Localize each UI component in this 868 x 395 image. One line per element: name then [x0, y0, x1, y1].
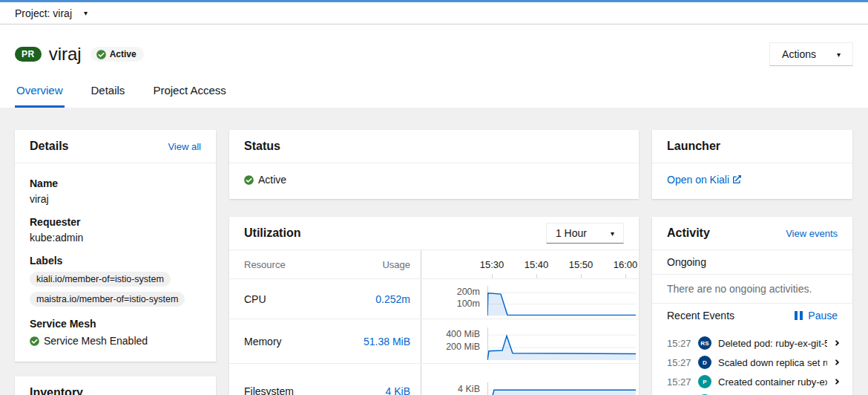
- status-card-title: Status: [244, 140, 280, 153]
- page-title: viraj: [49, 44, 82, 65]
- middle-column: Status Active Utilization 1 Hour ▾: [229, 130, 639, 395]
- sparkline-y-label: 4 KiB: [458, 384, 480, 394]
- field-label-name: Name: [30, 177, 201, 189]
- event-row[interactable]: 15:27 D Scaled down replica set ruby-ex.…: [652, 353, 852, 372]
- actions-button-label: Actions: [782, 48, 816, 60]
- openshift-project-page: Project: viraj ▾ PR viraj Active Actions…: [0, 0, 868, 395]
- time-axis: 15:3015:4015:5016:00: [421, 250, 639, 278]
- chevron-right-icon: [834, 377, 841, 386]
- sparkline-y-labels: 400 MiB200 MiB: [425, 327, 487, 360]
- check-circle-icon: [96, 50, 106, 59]
- activity-card-title: Activity: [667, 226, 710, 240]
- resource-kind-badge: RS: [698, 336, 711, 350]
- time-axis-tick: 16:00: [609, 259, 642, 270]
- status-badge: Active: [91, 47, 144, 62]
- resource-name: CPU: [244, 293, 266, 305]
- event-message: Scaled down replica set ruby-ex...: [718, 357, 827, 368]
- chevron-down-icon: ▾: [84, 9, 88, 17]
- sparkline-y-label: 400 MiB: [446, 329, 480, 339]
- label-chip: maistra.io/member-of=istio-system: [30, 292, 185, 307]
- chevron-right-icon: [834, 358, 841, 367]
- launcher-card: Launcher Open on Kiali: [652, 130, 852, 199]
- field-label-labels: Labels: [30, 255, 201, 267]
- resource-kind-badge: P: [698, 375, 711, 388]
- status-badge-label: Active: [110, 49, 137, 59]
- field-value-requester: kube:admin: [30, 232, 201, 244]
- utilization-row-left: Memory 51.38 MiB: [229, 319, 421, 363]
- details-card: Details View all Name viraj Requester ku…: [15, 130, 216, 362]
- utilization-row-left: Filesystem 4 KiB: [229, 364, 421, 395]
- event-row[interactable]: 15:27 RS Deleted pod: ruby-ex-git-5bb...: [652, 333, 852, 353]
- usage-value-link[interactable]: 4 KiB: [386, 385, 410, 395]
- chevron-down-icon: ▾: [837, 50, 841, 59]
- field-value-name: viraj: [30, 193, 201, 205]
- project-switcher-label: Project: viraj: [15, 7, 72, 19]
- event-row[interactable]: 15:27 P Created container ruby-ex-git: [652, 372, 852, 391]
- status-card: Status Active: [229, 130, 639, 199]
- check-circle-icon: [30, 336, 39, 346]
- tab-details[interactable]: Details: [90, 81, 127, 108]
- sparkline-y-label: 200 MiB: [446, 342, 480, 352]
- inventory-card-title: Inventory: [30, 386, 83, 395]
- ongoing-label: Ongoing: [667, 256, 706, 268]
- labels-group: kiali.io/member-of=istio-systemmaistra.i…: [30, 267, 201, 307]
- label-chip: kiali.io/member-of=istio-system: [30, 272, 171, 287]
- sparkline-y-labels: 4 KiB2 KiB: [425, 382, 487, 395]
- status-card-body: Active: [229, 163, 639, 199]
- actions-button[interactable]: Actions ▾: [769, 42, 853, 66]
- project-status-label: Active: [258, 174, 286, 186]
- time-axis-tick: 15:50: [565, 259, 597, 270]
- utilization-card-header: Utilization 1 Hour ▾: [229, 217, 639, 250]
- project-switcher[interactable]: Project: viraj ▾: [0, 2, 868, 25]
- event-time: 15:27: [667, 357, 691, 368]
- view-all-link[interactable]: View all: [168, 141, 201, 152]
- utilization-row: CPU 0.252m 200m100m: [229, 278, 639, 319]
- utilization-rows: CPU 0.252m 200m100m Memory 51.38 MiB: [229, 278, 639, 395]
- details-card-title: Details: [30, 140, 68, 153]
- open-on-kiali-link[interactable]: Open on Kiali: [667, 174, 741, 186]
- tab-project-access[interactable]: Project Access: [151, 81, 227, 108]
- inventory-card: Inventory 1 Deployment: [15, 376, 216, 395]
- open-on-kiali-label: Open on Kiali: [667, 174, 729, 186]
- tab-overview[interactable]: Overview: [15, 81, 65, 108]
- event-row[interactable]: 15:27 P Started container ruby-ex-git: [652, 391, 852, 395]
- details-card-header: Details View all: [15, 130, 216, 163]
- sparkline-chart: 4 KiB2 KiB: [421, 364, 639, 395]
- utilization-table-header: Resource Usage 15:3015:4015:5016:00: [229, 250, 639, 278]
- sparkline-y-label: 200m: [457, 287, 480, 297]
- utilization-row: Filesystem 4 KiB 4 KiB2 KiB: [229, 363, 639, 395]
- time-axis-tick: 15:40: [520, 259, 553, 270]
- external-link-icon: [733, 175, 741, 183]
- duration-select-value: 1 Hour: [556, 227, 587, 239]
- sparkline-chart: 200m100m: [421, 279, 639, 319]
- sparkline-chart: 400 MiB200 MiB: [421, 319, 639, 363]
- resource-name: Filesystem: [244, 385, 294, 395]
- status-card-header: Status: [229, 130, 639, 163]
- resource-kind-badge: D: [698, 356, 711, 369]
- dashboard-grid: Details View all Name viraj Requester ku…: [0, 108, 868, 395]
- service-mesh-status: Service Mesh Enabled: [30, 335, 201, 347]
- recent-events-header: Recent Events Pause: [652, 304, 852, 327]
- resource-name: Memory: [244, 336, 282, 347]
- view-events-link[interactable]: View events: [786, 228, 838, 239]
- sparkline-plot: [487, 382, 636, 395]
- pause-icon: [795, 311, 803, 320]
- usage-value-link[interactable]: 51.38 MiB: [364, 336, 410, 347]
- duration-select[interactable]: 1 Hour ▾: [546, 223, 624, 244]
- ongoing-empty-state: There are no ongoing activities.: [652, 275, 852, 304]
- field-label-requester: Requester: [30, 216, 201, 228]
- sparkline-plot: [487, 327, 636, 360]
- pause-button[interactable]: Pause: [795, 310, 838, 321]
- event-time: 15:27: [667, 338, 691, 349]
- utilization-card: Utilization 1 Hour ▾ Resource Usage 15:3…: [229, 217, 639, 395]
- recent-events-label: Recent Events: [667, 310, 734, 321]
- chevron-down-icon: ▾: [611, 229, 614, 238]
- project-resource-badge: PR: [15, 47, 42, 62]
- utilization-row: Memory 51.38 MiB 400 MiB200 MiB: [229, 319, 639, 363]
- details-card-body: Name viraj Requester kube:admin Labels k…: [15, 163, 216, 362]
- check-circle-icon: [244, 175, 254, 185]
- chevron-right-icon: [834, 339, 841, 347]
- utilization-card-title: Utilization: [244, 226, 300, 240]
- launcher-card-title: Launcher: [667, 140, 720, 153]
- usage-value-link[interactable]: 0.252m: [375, 293, 410, 305]
